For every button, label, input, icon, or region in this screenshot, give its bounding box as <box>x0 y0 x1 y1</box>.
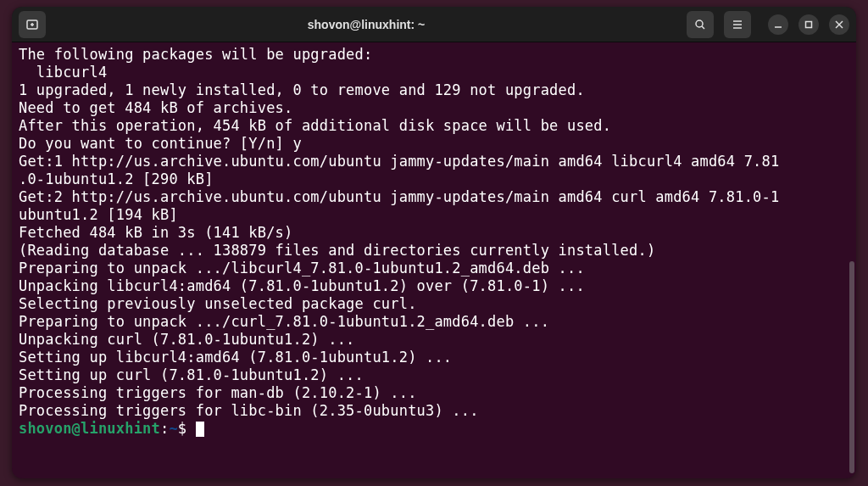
minimize-button[interactable] <box>768 14 788 35</box>
output-line: 1 upgraded, 1 newly installed, 0 to remo… <box>19 81 585 98</box>
maximize-button[interactable] <box>798 14 819 35</box>
close-icon <box>832 18 846 31</box>
maximize-icon <box>802 18 815 31</box>
output-line: Selecting previously unselected package … <box>19 295 417 312</box>
prompt-user-host: shovon@linuxhint <box>19 420 160 437</box>
output-line: Preparing to unpack .../curl_7.81.0-1ubu… <box>19 313 549 330</box>
new-tab-button[interactable] <box>19 11 46 38</box>
close-button[interactable] <box>829 14 849 35</box>
svg-rect-9 <box>806 21 812 27</box>
scrollbar-thumb[interactable] <box>849 261 854 473</box>
terminal-output[interactable]: The following packages will be upgraded:… <box>12 42 856 441</box>
output-line: Unpacking libcurl4:amd64 (7.81.0-1ubuntu… <box>19 277 585 294</box>
prompt-colon: : <box>160 420 169 437</box>
output-line: libcurl4 <box>19 64 107 81</box>
output-line: Get:2 http://us.archive.ubuntu.com/ubunt… <box>19 188 779 205</box>
output-line: Need to get 484 kB of archives. <box>19 99 292 116</box>
new-tab-icon <box>25 18 39 31</box>
output-line: After this operation, 454 kB of addition… <box>19 117 611 134</box>
titlebar-right-controls <box>687 11 849 38</box>
output-line: Fetched 484 kB in 3s (141 kB/s) <box>19 224 292 241</box>
prompt-symbol: $ <box>178 420 186 437</box>
output-line: Processing triggers for libc-bin (2.35-0… <box>19 402 479 419</box>
titlebar: shovon@linuxhint: ~ <box>12 7 856 42</box>
output-line: .0-1ubuntu1.2 [290 kB] <box>19 170 214 187</box>
output-line: The following packages will be upgraded: <box>19 46 372 63</box>
titlebar-left-controls <box>19 11 46 38</box>
output-line: Processing triggers for man-db (2.10.2-1… <box>19 384 417 401</box>
output-line: Preparing to unpack .../libcurl4_7.81.0-… <box>19 260 585 277</box>
output-line: Get:1 http://us.archive.ubuntu.com/ubunt… <box>19 153 779 170</box>
window-controls <box>768 14 849 35</box>
output-line: Setting up libcurl4:amd64 (7.81.0-1ubunt… <box>19 349 452 366</box>
minimize-icon <box>771 18 785 31</box>
hamburger-menu-button[interactable] <box>724 11 751 38</box>
scrollbar[interactable] <box>848 42 854 475</box>
cursor <box>196 422 204 437</box>
svg-point-3 <box>696 20 703 27</box>
prompt-path: ~ <box>169 420 177 437</box>
output-line: Do you want to continue? [Y/n] y <box>19 135 302 152</box>
output-line: (Reading database ... 138879 files and d… <box>19 242 655 259</box>
terminal-window: shovon@linuxhint: ~ <box>12 7 856 478</box>
search-icon <box>693 18 707 31</box>
output-line: Setting up curl (7.81.0-1ubuntu1.2) ... <box>19 366 364 383</box>
hamburger-icon <box>731 18 744 31</box>
svg-line-4 <box>702 26 704 29</box>
search-button[interactable] <box>687 11 714 38</box>
output-line: Unpacking curl (7.81.0-1ubuntu1.2) ... <box>19 331 355 348</box>
window-title: shovon@linuxhint: ~ <box>53 18 680 31</box>
output-line: ubuntu1.2 [194 kB] <box>19 206 178 223</box>
